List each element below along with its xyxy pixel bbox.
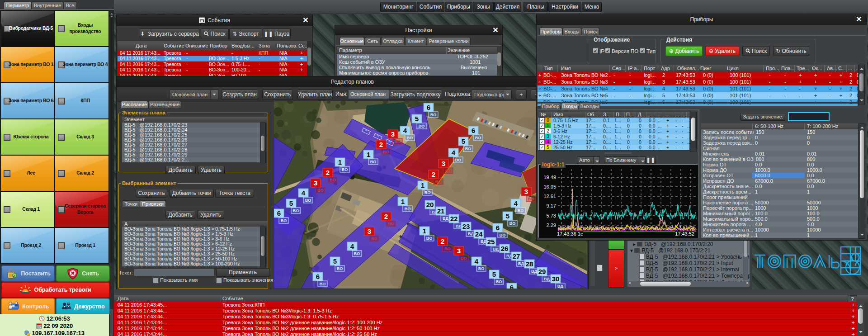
svg-text:4: 4 <box>475 257 479 265</box>
svg-text:ВО: ВО <box>465 147 471 151</box>
svg-text:ВО: ВО <box>430 113 436 117</box>
svg-text:27: 27 <box>513 252 520 260</box>
svg-text:25: 25 <box>487 238 495 246</box>
svg-text:3: 3 <box>391 130 395 138</box>
svg-text:3: 3 <box>457 247 461 255</box>
svg-text:30: 30 <box>552 275 560 283</box>
svg-text:ВО: ВО <box>371 237 377 241</box>
svg-text:24: 24 <box>475 230 483 238</box>
svg-text:ВО: ВО <box>305 198 311 203</box>
svg-text:ВО: ВО <box>496 279 502 284</box>
svg-text:ВО: ВО <box>478 266 484 271</box>
svg-text:ВО: ВО <box>407 136 413 140</box>
svg-text:ВО: ВО <box>500 233 505 237</box>
svg-text:ВО: ВО <box>475 136 481 140</box>
svg-text:23: 23 <box>462 222 470 230</box>
svg-text:29: 29 <box>538 268 546 275</box>
svg-text:6: 6 <box>510 284 514 289</box>
svg-text:1: 1 <box>401 198 405 205</box>
svg-text:ВО: ВО <box>395 139 401 144</box>
svg-text:12.61: 12.61 <box>543 194 556 199</box>
svg-text:2.29: 2.29 <box>547 222 556 228</box>
svg-text:ВД: ВД <box>518 261 524 266</box>
svg-text:ВД: ВД <box>443 216 448 221</box>
svg-text:ВО: ВО <box>435 180 441 184</box>
svg-text:ВО: ВО <box>455 158 461 162</box>
svg-text:ВД: ВД <box>544 277 550 281</box>
svg-text:28: 28 <box>526 260 533 268</box>
svg-text:1: 1 <box>421 181 425 189</box>
svg-text:5: 5 <box>462 137 465 145</box>
svg-text:ВД: ВД <box>481 239 486 244</box>
svg-text:ВО: ВО <box>426 236 432 241</box>
svg-text:3: 3 <box>442 160 445 167</box>
svg-text:3: 3 <box>368 227 371 235</box>
svg-text:5: 5 <box>492 270 496 278</box>
svg-text:20: 20 <box>426 201 434 208</box>
svg-text:ВО: ВО <box>342 167 348 172</box>
svg-text:22: 22 <box>450 215 458 222</box>
svg-text:ВО: ВО <box>337 266 343 271</box>
svg-text:5: 5 <box>506 212 509 220</box>
svg-text:4: 4 <box>302 189 306 197</box>
svg-text:21: 21 <box>437 207 445 215</box>
svg-text:ВО: ВО <box>405 207 410 211</box>
svg-text:ВО: ВО <box>518 208 524 213</box>
svg-text:ВО: ВО <box>445 169 451 173</box>
svg-text:5: 5 <box>415 115 419 123</box>
svg-text:6: 6 <box>427 104 430 111</box>
svg-text:4: 4 <box>403 127 407 134</box>
svg-text:2: 2 <box>379 141 383 148</box>
svg-text:4: 4 <box>350 242 354 250</box>
svg-text:26: 26 <box>501 245 509 252</box>
svg-text:6: 6 <box>472 127 475 134</box>
svg-text:6: 6 <box>316 273 320 280</box>
svg-text:ВД: ВД <box>557 284 563 289</box>
svg-text:ВО: ВО <box>509 221 515 226</box>
svg-text:ВО: ВО <box>370 160 376 164</box>
svg-text:ВД: ВД <box>456 224 462 228</box>
svg-text:1: 1 <box>338 158 342 166</box>
svg-text:ВО: ВО <box>281 218 287 223</box>
svg-text:ВО: ВО <box>317 188 323 193</box>
svg-text:19.49: 19.49 <box>543 175 556 180</box>
svg-text:6: 6 <box>496 224 500 232</box>
svg-text:ВО: ВО <box>388 222 394 226</box>
svg-text:ВО: ВО <box>383 150 389 154</box>
svg-text:3: 3 <box>524 188 528 195</box>
svg-text:3: 3 <box>314 179 317 187</box>
svg-text:16.05: 16.05 <box>543 184 556 189</box>
svg-text:2: 2 <box>432 170 435 178</box>
svg-text:ВО: ВО <box>528 197 534 201</box>
svg-text:2: 2 <box>326 169 330 176</box>
svg-text:ВО: ВО <box>293 208 299 213</box>
svg-text:2: 2 <box>384 213 388 220</box>
svg-text:ВД: ВД <box>531 269 537 274</box>
svg-text:1: 1 <box>367 151 370 158</box>
svg-text:ВД: ВД <box>468 232 474 236</box>
svg-text:4: 4 <box>452 149 456 156</box>
svg-text:6: 6 <box>277 209 281 217</box>
svg-text:1: 1 <box>423 227 426 235</box>
svg-text:5: 5 <box>289 199 293 207</box>
svg-text:ВО: ВО <box>330 178 335 182</box>
svg-text:4: 4 <box>514 199 518 207</box>
svg-text:9.17: 9.17 <box>547 203 556 208</box>
svg-text:2: 2 <box>441 237 444 245</box>
svg-text:ВО: ВО <box>444 246 450 251</box>
svg-text:ВО: ВО <box>354 251 360 256</box>
svg-text:ВО: ВО <box>461 256 467 260</box>
svg-text:ВО: ВО <box>320 282 326 286</box>
svg-text:ВО: ВО <box>419 124 425 128</box>
svg-text:5: 5 <box>333 257 337 265</box>
svg-text:ВО: ВО <box>425 190 430 195</box>
svg-text:5.73: 5.73 <box>547 213 556 218</box>
svg-text:з: з <box>851 256 853 260</box>
svg-text:ВД: ВД <box>493 247 499 251</box>
